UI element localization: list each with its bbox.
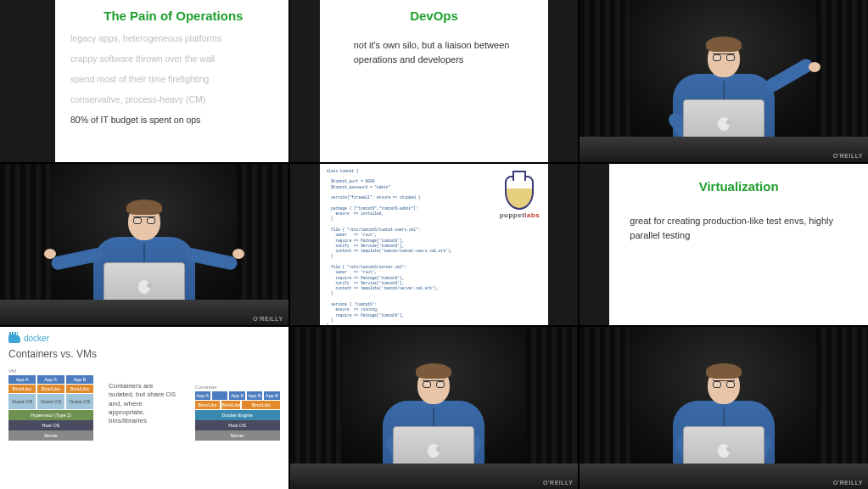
brand-labs: labs bbox=[524, 211, 540, 219]
diagram-desc: Containers are isolated, but share OS an… bbox=[109, 382, 180, 426]
presenter-scene bbox=[580, 327, 868, 489]
thumb-presenter-gesture-right[interactable]: O'REILLY bbox=[580, 0, 868, 162]
container-label: Container bbox=[195, 383, 217, 391]
bullet: conservative, process-heavy (CM) bbox=[70, 94, 277, 104]
watermark: O'REILLY bbox=[833, 480, 863, 486]
thumb-presenter-typing-b[interactable]: O'REILLY bbox=[580, 327, 868, 489]
apple-logo-icon bbox=[718, 444, 730, 458]
diagram: VM App AApp A'App B Bins/LibsBins/LibsBi… bbox=[8, 367, 280, 441]
thumb-docker-containers-vms[interactable]: docker Containers vs. VMs VM App AApp A'… bbox=[0, 327, 288, 489]
thumbnail-grid: The Pain of Operations legacy apps, hete… bbox=[0, 0, 868, 489]
apple-logo-icon bbox=[428, 444, 440, 458]
brand-puppet: puppet bbox=[500, 211, 525, 219]
docker-brand: docker bbox=[8, 334, 280, 343]
thumb-devops[interactable]: DevOps not it's own silo, but a liaison … bbox=[290, 0, 579, 162]
thumb-virtualization[interactable]: Virtualization great for creating produc… bbox=[580, 164, 868, 326]
slide-title: Containers vs. VMs bbox=[8, 348, 280, 360]
watermark: O'REILLY bbox=[543, 480, 573, 486]
slide-body: great for creating production-like test … bbox=[630, 214, 848, 244]
presenter-scene bbox=[290, 327, 579, 489]
slide-title: Virtualization bbox=[630, 179, 848, 194]
thumb-puppet-code[interactable]: class tomcat { $tomcat_port = 9000 $tomc… bbox=[290, 164, 579, 326]
slide-content: DevOps not it's own silo, but a liaison … bbox=[320, 0, 549, 162]
apple-logo-icon bbox=[718, 117, 730, 131]
slide-title: DevOps bbox=[337, 8, 532, 23]
watermark: O'REILLY bbox=[253, 316, 283, 322]
vm-stack: App AApp A'App B Bins/LibsBins/LibsBins/… bbox=[8, 375, 93, 441]
watermark: O'REILLY bbox=[833, 153, 863, 159]
slide-content: Virtualization great for creating produc… bbox=[609, 164, 868, 326]
presenter-scene bbox=[0, 164, 288, 326]
slide-body: not it's own silo, but a liaison between… bbox=[337, 38, 532, 66]
flask-icon bbox=[505, 176, 534, 210]
bullet: legacy apps, heterogeneous platforms bbox=[70, 33, 277, 43]
thumb-presenter-typing-a[interactable]: O'REILLY bbox=[290, 327, 579, 489]
docker-brand-text: docker bbox=[24, 334, 49, 343]
docker-whale-icon bbox=[8, 334, 20, 343]
slide-title: The Pain of Operations bbox=[70, 8, 277, 23]
bullet: crappy software thrown over the wall bbox=[70, 53, 277, 64]
puppetlabs-logo: puppetlabs bbox=[500, 176, 540, 219]
bullet-active: 80% of IT budget is spent on ops bbox=[70, 115, 277, 125]
apple-logo-icon bbox=[138, 280, 150, 294]
slide-content: The Pain of Operations legacy apps, hete… bbox=[55, 0, 288, 162]
slide-content: docker Containers vs. VMs VM App AApp A'… bbox=[0, 327, 288, 489]
slide-content: class tomcat { $tomcat_port = 9000 $tomc… bbox=[320, 164, 549, 326]
bullet: spend most of their time firefighting bbox=[70, 74, 277, 84]
vm-label: VM bbox=[8, 367, 16, 375]
thumb-presenter-arms-out[interactable]: O'REILLY bbox=[0, 164, 288, 326]
thumb-pain-of-operations[interactable]: The Pain of Operations legacy apps, hete… bbox=[0, 0, 288, 162]
container-stack: App AApp BApp BApp B Bins/LibsBins/LibsB… bbox=[195, 391, 280, 441]
presenter-scene bbox=[580, 0, 868, 162]
